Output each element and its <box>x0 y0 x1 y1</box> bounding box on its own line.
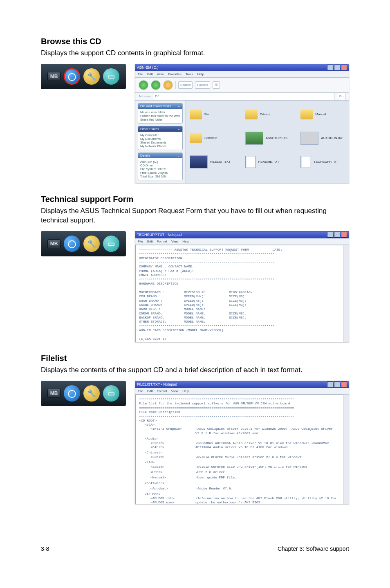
file-item[interactable]: FILELIST.TXT <box>190 152 234 172</box>
up-icon[interactable] <box>163 80 173 90</box>
columns-line: File name Description <box>139 410 345 414</box>
toolbar: Search Folders ▥ <box>135 78 349 93</box>
search-button[interactable]: Search <box>178 81 193 89</box>
views-button[interactable]: ▥ <box>213 81 220 89</box>
panel-item[interactable]: My Documents <box>140 137 180 141</box>
thumb-icon <box>300 132 318 145</box>
menu-item[interactable]: File <box>138 240 143 243</box>
folder-icon <box>190 133 202 143</box>
menu-item[interactable]: File <box>138 389 143 393</box>
window-titlebar: TECHSUPP.TXT - Notepad <box>135 231 349 238</box>
browse-lead: Displays the support CD contents in grap… <box>41 49 349 58</box>
file-icon <box>245 156 256 168</box>
menu-item[interactable]: Format <box>157 389 167 393</box>
list-row: <Intl'l Graphic>-ASUS CoolQuiet driver V… <box>139 427 345 435</box>
panel-details: Details⌄ ABN-EM (C:) CD Drive File Syste… <box>138 153 183 180</box>
panel-head: File and Folder Tasks <box>140 104 171 108</box>
list-row: <32bit>-NVIDIA nForce MCP51 Chipset driv… <box>139 455 345 459</box>
tile-badge: MB <box>47 389 61 398</box>
close-icon[interactable] <box>341 382 347 387</box>
root-line: <CD-ROOT> <box>139 419 345 423</box>
maximize-icon[interactable] <box>334 232 340 238</box>
filelist-lead: Displays the contents of the support CD … <box>41 366 349 375</box>
close-icon[interactable] <box>341 232 347 238</box>
scrollbar[interactable] <box>343 395 349 504</box>
tech-lead: Displays the ASUS Technical Support Requ… <box>41 206 349 225</box>
menu-item[interactable]: File <box>138 72 143 76</box>
file-item[interactable]: README.TXT <box>245 152 289 172</box>
menu-item[interactable]: Help <box>182 389 189 393</box>
file-item[interactable]: Bin <box>190 105 234 124</box>
file-item[interactable]: Drivers <box>245 105 289 124</box>
list-row: <USB2>-USB 2.0 driver. <box>139 470 345 474</box>
menu-item[interactable]: View <box>171 389 178 393</box>
group-head: <LAN> <box>139 460 345 465</box>
menu-item[interactable]: View <box>157 72 164 76</box>
menubar: File Edit View Favorites Tools Help <box>135 71 349 78</box>
chapter-label: Chapter 3: Software support <box>278 545 349 552</box>
group-head: <VGA> <box>139 423 345 427</box>
list-row: <32bit>-NVIDIA GeForce 6150 GPU driver(I… <box>139 465 345 469</box>
section-heading: ORIGINATOR DESCRIPTION <box>139 256 345 260</box>
tile-badge: MB <box>47 72 61 81</box>
section-heading: ADD-IN CARD DESCRIPTION (MODEL NAME/VEND… <box>139 328 345 332</box>
group-head: <AFUDOS> <box>139 492 345 496</box>
wrench-icon: 🔧 <box>83 68 100 85</box>
screenshot-browse: ABN-EM (C:) File Edit View Favorites Too… <box>135 64 349 183</box>
panel-item[interactable]: Publish this folder to the Web <box>140 114 180 118</box>
minimize-icon[interactable] <box>327 232 333 238</box>
address-input[interactable]: D:\ <box>153 93 334 100</box>
detail-line: Total Size: 391 MB <box>140 175 180 178</box>
maximize-icon[interactable] <box>334 65 340 70</box>
clipboard-icon: ▭ <box>103 236 119 252</box>
menu-item[interactable]: Edit <box>147 240 153 243</box>
panel-item[interactable]: Shared Documents <box>140 141 180 144</box>
panel-head: Details <box>140 154 150 157</box>
file-item[interactable]: Software <box>190 128 234 148</box>
panel-item[interactable]: My Network Places <box>140 144 180 148</box>
menu-item[interactable]: Help <box>197 72 204 76</box>
file-item[interactable]: ASSETUP.EXE <box>245 128 289 148</box>
page-number: 3-8 <box>41 545 49 552</box>
close-icon[interactable] <box>341 65 347 70</box>
list-row: <Manual>-User guide PDF file. <box>139 476 345 480</box>
folder-icon <box>245 110 258 119</box>
menu-item[interactable]: Format <box>157 240 167 243</box>
panel-item[interactable]: Share this folder <box>140 118 180 121</box>
panel-other: Other Places⌄ My Computer My Documents S… <box>138 126 183 150</box>
section-tech: Technical support Form Displays the ASUS… <box>41 195 349 342</box>
menubar: File Edit Format View Help <box>135 388 349 395</box>
wrench-icon: 🔧 <box>83 385 100 402</box>
maximize-icon[interactable] <box>334 382 340 387</box>
filelist-title: Filelist <box>41 354 349 363</box>
menu-item[interactable]: Help <box>182 240 189 243</box>
panel-item[interactable]: Make a new folder <box>140 110 180 114</box>
form-line: PHONE (AREA) : FAX # (AREA): <box>139 269 345 273</box>
folders-button[interactable]: Folders <box>195 81 210 89</box>
go-button[interactable]: Go <box>337 93 345 100</box>
forward-icon[interactable] <box>151 80 161 90</box>
window-titlebar: ABN-EM (C:) <box>135 64 349 71</box>
text-sheet[interactable]: ****************************************… <box>135 395 349 504</box>
scrollbar[interactable] <box>343 245 349 342</box>
text-sheet[interactable]: ================= ASUSTeK TECHNICAL SUPP… <box>135 245 349 342</box>
form-line: EMAIL ADDRESS: <box>139 273 345 277</box>
thumb-icon <box>190 155 208 168</box>
disc-icon: ◯ <box>64 236 80 252</box>
minimize-icon[interactable] <box>327 65 333 70</box>
group-head: <Audio> <box>139 437 345 441</box>
back-icon[interactable] <box>139 80 148 90</box>
menu-item[interactable]: Edit <box>147 72 153 76</box>
minimize-icon[interactable] <box>327 382 333 387</box>
panel-item[interactable]: My Computer <box>140 133 180 137</box>
menu-item[interactable]: View <box>171 240 178 243</box>
menu-item[interactable]: Edit <box>147 389 153 393</box>
tech-title: Technical support Form <box>41 195 349 204</box>
menu-item[interactable]: Favorites <box>168 72 182 76</box>
file-item[interactable]: Manual <box>300 105 345 124</box>
file-item[interactable]: TECHSUPP.TXT <box>300 152 345 172</box>
file-item[interactable]: AUTORUN.INF <box>300 128 345 148</box>
window-title: FILELIST.TXT - Notepad <box>137 382 177 386</box>
intro-line: File list for the included support softw… <box>139 402 345 406</box>
menu-item[interactable]: Tools <box>186 72 193 76</box>
